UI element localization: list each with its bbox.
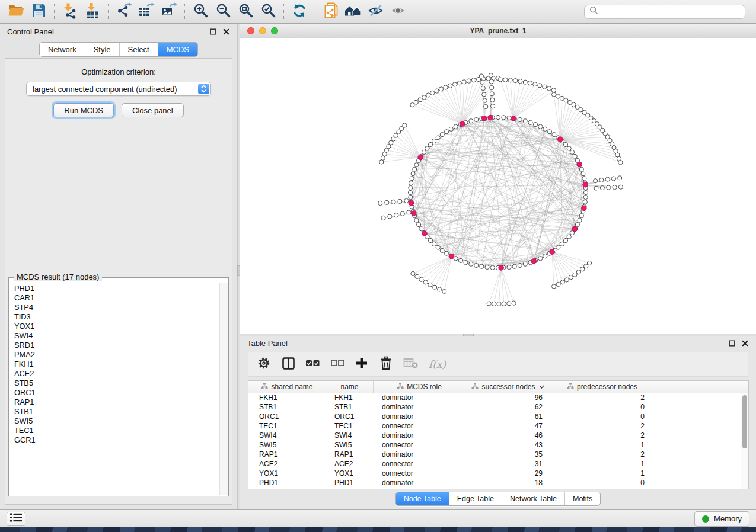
column-header-name[interactable]: name [326, 381, 374, 393]
float-window-icon[interactable] [728, 339, 736, 347]
memory-button[interactable]: Memory [694, 511, 749, 527]
result-node-item[interactable]: SRD1 [14, 341, 219, 350]
table-cell: connector [374, 469, 465, 477]
zoom-in-button[interactable] [189, 2, 212, 21]
memory-status-icon [702, 515, 709, 523]
close-window-icon[interactable] [741, 339, 749, 347]
result-node-item[interactable]: SWI4 [14, 331, 219, 341]
delete-button[interactable] [379, 357, 393, 372]
column-header-predecessor-nodes[interactable]: predecessor nodes [551, 381, 653, 393]
export-table-button[interactable] [135, 2, 158, 21]
search-box[interactable] [584, 5, 745, 19]
float-window-icon[interactable] [209, 28, 217, 36]
table-cell: SWI4 [248, 431, 326, 440]
table-cell: 2 [551, 422, 653, 430]
zoom-selected-button[interactable] [257, 2, 279, 21]
table-row[interactable]: PHD1PHD1dominator180 [248, 478, 741, 488]
zoom-fit-button[interactable] [234, 2, 257, 21]
close-panel-button[interactable]: Close panel [122, 103, 184, 117]
add-button[interactable] [355, 357, 369, 372]
network-canvas[interactable] [240, 38, 756, 334]
main-toolbar [0, 0, 756, 24]
table-cell: FKH1 [248, 393, 326, 402]
search-input[interactable] [602, 7, 740, 17]
result-node-item[interactable]: ACE2 [14, 369, 219, 379]
first-neighbors-button[interactable] [342, 2, 365, 21]
save-session-button[interactable] [27, 2, 50, 21]
deselect-all-button[interactable] [330, 357, 344, 372]
control-panel-title: Control Panel [7, 27, 54, 36]
result-node-item[interactable]: ORC1 [14, 388, 219, 398]
tab-style[interactable]: Style [85, 43, 119, 56]
table-row[interactable]: SWI4SWI4dominator462 [248, 431, 741, 440]
table-cell: YOX1 [248, 469, 326, 477]
table-cell: SWI5 [326, 441, 374, 449]
result-node-item[interactable]: TEC1 [14, 426, 219, 435]
toolbar-icon-groups [5, 2, 410, 21]
gear-button[interactable] [257, 357, 271, 372]
table-row[interactable]: YOX1YOX1connector291 [248, 469, 741, 478]
criterion-dropdown[interactable]: largest connected component (undirected) [26, 82, 211, 96]
column-header-successor-nodes[interactable]: successor nodes [465, 381, 551, 393]
result-node-item[interactable]: SWI5 [14, 416, 219, 426]
column-header-shared-name[interactable]: shared name [248, 381, 326, 393]
result-node-item[interactable]: CAR1 [14, 293, 219, 303]
table-row[interactable]: RAP1RAP1dominator352 [248, 450, 741, 459]
run-mcds-button[interactable]: Run MCDS [53, 103, 114, 117]
tab-edge-table[interactable]: Edge Table [449, 492, 502, 505]
open-file-button[interactable] [5, 2, 27, 21]
table-row[interactable]: TEC1TEC1connector472 [248, 421, 741, 431]
tab-network-table[interactable]: Network Table [502, 492, 564, 505]
task-history-button[interactable] [7, 512, 25, 526]
column-label: name [340, 383, 358, 391]
clone-network-button[interactable] [320, 2, 342, 21]
export-image-button[interactable] [158, 2, 180, 21]
result-node-item[interactable]: STB5 [14, 379, 219, 388]
shared-column-icon [397, 383, 404, 392]
table-row[interactable]: ORC1ORC1dominator610 [248, 412, 741, 421]
tab-network[interactable]: Network [40, 43, 85, 56]
scrollbar-thumb[interactable] [742, 395, 747, 448]
tab-mcds[interactable]: MCDS [158, 43, 197, 56]
table-cell: dominator [374, 431, 465, 440]
import-network-button[interactable] [59, 2, 81, 21]
result-list-scrollbar[interactable] [219, 283, 228, 495]
result-node-item[interactable]: STB1 [14, 407, 219, 416]
result-node-item[interactable]: RAP1 [14, 398, 219, 407]
hide-selected-button[interactable] [365, 2, 387, 21]
zoom-out-button[interactable] [212, 2, 234, 21]
clone-network-icon [323, 2, 339, 21]
select-all-button[interactable] [305, 357, 320, 372]
tab-select[interactable]: Select [119, 43, 158, 56]
table-row[interactable]: SWI5SWI5connector431 [248, 440, 741, 450]
column-header-mcds-role[interactable]: MCDS role [374, 381, 465, 393]
refresh-button[interactable] [288, 2, 311, 21]
first-neighbors-icon [344, 3, 362, 21]
close-window-icon[interactable] [222, 28, 230, 36]
result-node-item[interactable]: STP4 [14, 303, 219, 312]
table-row[interactable]: STB1STB1dominator620 [248, 402, 741, 412]
columns-button[interactable] [281, 357, 295, 372]
export-network-button[interactable] [113, 2, 135, 21]
network-visualization[interactable] [240, 38, 756, 334]
result-node-item[interactable]: GCR1 [14, 435, 219, 445]
optimization-criterion-label: Optimization criterion: [5, 68, 232, 76]
result-node-item[interactable]: PMA2 [14, 350, 219, 360]
dropdown-stepper-icon[interactable] [198, 84, 209, 94]
tab-motifs[interactable]: Motifs [564, 492, 600, 505]
table-cell: dominator [374, 412, 465, 421]
tab-node-table[interactable]: Node Table [396, 492, 449, 505]
table-row[interactable]: ACE2ACE2connector311 [248, 459, 741, 469]
import-table-button[interactable] [81, 2, 104, 21]
result-node-item[interactable]: PHD1 [14, 284, 219, 293]
result-node-item[interactable]: FKH1 [14, 360, 219, 369]
column-label: MCDS role [407, 383, 442, 391]
result-node-item[interactable]: YOX1 [14, 322, 219, 331]
table-scrollbar[interactable] [741, 393, 748, 489]
table-cell: connector [374, 422, 465, 430]
result-node-item[interactable]: TID3 [14, 312, 219, 322]
mcds-result-list[interactable]: PHD1CAR1STP4TID3YOX1SWI4SRD1PMA2FKH1ACE2… [10, 284, 219, 495]
table-panel-titlebar: Table Panel [240, 336, 756, 350]
table-row[interactable]: FKH1FKH1dominator962 [248, 393, 741, 402]
show-all-button[interactable] [387, 2, 410, 21]
